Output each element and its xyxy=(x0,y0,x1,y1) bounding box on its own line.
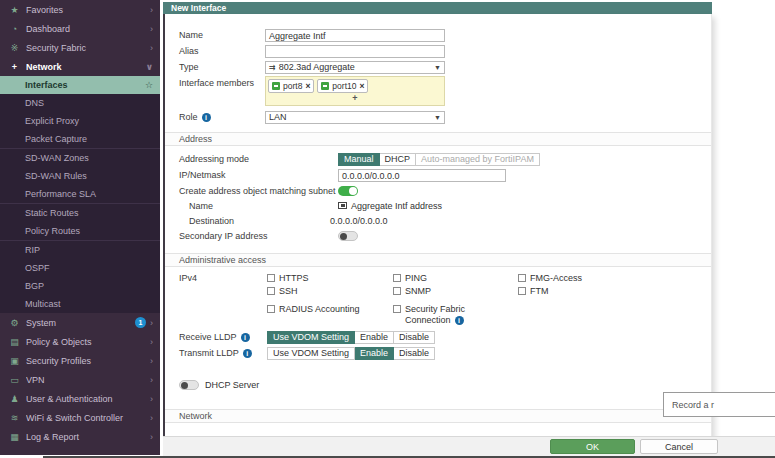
receive-enable-button[interactable]: Enable xyxy=(355,331,394,344)
sidebar-item-label: Policy Routes xyxy=(25,226,80,236)
chevron-right-icon: › xyxy=(150,24,153,34)
checkbox-fmg-access[interactable]: FMG-Access xyxy=(518,273,582,286)
checkbox-icon xyxy=(518,274,526,282)
info-icon[interactable]: i xyxy=(455,316,464,325)
destination-label: Destination xyxy=(179,216,338,226)
sidebar-item-bgp[interactable]: BGP xyxy=(0,277,160,295)
checkbox-ssh[interactable]: SSH xyxy=(267,286,393,299)
sidebar-item-multicast[interactable]: Multicast xyxy=(0,295,160,313)
favorite-star-icon[interactable]: ☆ xyxy=(145,80,153,90)
type-value: 802.3ad Aggregate xyxy=(279,62,355,72)
mode-manual-button[interactable]: Manual xyxy=(338,153,380,166)
remove-member-icon[interactable]: × xyxy=(359,81,364,91)
sidebar-item-policy-routes[interactable]: Policy Routes xyxy=(0,222,160,240)
addressing-mode-row: Addressing mode Manual DHCP Auto-managed… xyxy=(165,152,711,166)
checkbox-ping[interactable]: PING xyxy=(393,273,518,286)
checkbox-security-fabric[interactable]: Security Fabric Connectioni xyxy=(393,304,518,326)
alias-input[interactable] xyxy=(265,45,445,58)
user-icon: ♟ xyxy=(8,394,21,404)
chevron-right-icon: › xyxy=(150,5,153,15)
info-icon[interactable]: i xyxy=(202,113,211,122)
remove-member-icon[interactable]: × xyxy=(305,81,310,91)
sidebar-item-favorites[interactable]: ★ Favorites › xyxy=(0,0,160,19)
addressing-mode-segmented: Manual DHCP Auto-managed by FortiIPAM xyxy=(338,153,540,166)
transmit-enable-button[interactable]: Enable xyxy=(355,347,394,360)
receive-disable-button[interactable]: Disable xyxy=(394,331,435,344)
info-icon[interactable]: i xyxy=(241,333,250,342)
sidebar-item-vpn[interactable]: ▭ VPN › xyxy=(0,370,160,389)
sidebar-item-label: RIP xyxy=(25,245,40,255)
checkbox-radius-accounting[interactable]: RADIUS Accounting xyxy=(267,304,393,317)
sidebar-item-interfaces[interactable]: Interfaces ☆ xyxy=(0,76,160,94)
member-name: port8 xyxy=(283,81,302,91)
port-icon xyxy=(272,82,280,90)
sidebar-item-system[interactable]: ⚙ System 1 › xyxy=(0,313,160,332)
receive-lldp-row: Receive LLDP i Use VDOM Setting Enable D… xyxy=(165,330,711,344)
lock-icon: ▣ xyxy=(8,356,21,366)
member-tag[interactable]: port8 × xyxy=(268,79,314,93)
cancel-button[interactable]: Cancel xyxy=(640,439,718,454)
sidebar-item-sdwan-rules[interactable]: SD-WAN Rules xyxy=(0,167,160,185)
dhcp-server-toggle[interactable] xyxy=(179,380,199,390)
sidebar-item-log-report[interactable]: ▦ Log & Report › xyxy=(0,427,160,446)
transmit-lldp-label: Transmit LLDP i xyxy=(179,348,267,358)
address-object-name-value: Aggregate Intf address xyxy=(351,201,442,211)
chevron-right-icon: › xyxy=(150,318,153,328)
dialog-body: Name Aggregate Intf Alias Type ⇉ 802.3ad… xyxy=(163,14,712,458)
secondary-ip-toggle[interactable] xyxy=(338,231,358,241)
create-address-object-toggle[interactable] xyxy=(338,186,358,196)
interface-members-box[interactable]: port8 × port10 × + xyxy=(265,76,445,106)
checkbox-ftm[interactable]: FTM xyxy=(518,286,582,299)
policy-objects-icon: ▤ xyxy=(8,337,21,347)
sidebar-item-label: System xyxy=(26,318,135,328)
sidebar-item-dns[interactable]: DNS xyxy=(0,94,160,112)
ip-netmask-input[interactable]: 0.0.0.0/0.0.0.0 xyxy=(338,169,506,182)
add-member-button[interactable]: + xyxy=(352,93,357,103)
sidebar-item-performance-sla[interactable]: Performance SLA xyxy=(0,185,160,203)
role-dropdown[interactable]: LAN ▼ xyxy=(265,111,445,124)
transmit-vdom-button[interactable]: Use VDOM Setting xyxy=(267,347,355,360)
sidebar-item-ospf[interactable]: OSPF xyxy=(0,259,160,277)
sidebar-item-label: VPN xyxy=(26,375,146,385)
sidebar-item-label: Security Fabric xyxy=(26,43,146,53)
checkbox-snmp[interactable]: SNMP xyxy=(393,286,518,299)
sidebar-item-label: Packet Capture xyxy=(25,134,87,144)
receive-vdom-button[interactable]: Use VDOM Setting xyxy=(267,331,355,344)
sidebar-item-sdwan-zones[interactable]: SD-WAN Zones xyxy=(0,149,160,167)
sidebar-item-label: DNS xyxy=(25,98,44,108)
sidebar-item-security-profiles[interactable]: ▣ Security Profiles › xyxy=(0,351,160,370)
chevron-down-icon: ∨ xyxy=(146,62,153,72)
info-icon[interactable]: i xyxy=(243,349,252,358)
security-fabric-icon: ※ xyxy=(8,43,21,53)
transmit-disable-button[interactable]: Disable xyxy=(394,347,435,360)
sidebar-item-label: OSPF xyxy=(25,263,50,273)
sidebar-item-rip[interactable]: RIP xyxy=(0,241,160,259)
access-col-1: HTTPS SSH RADIUS Accounting xyxy=(267,273,393,326)
checkbox-label: FTM xyxy=(530,286,549,297)
destination-value: 0.0.0.0/0.0.0.0 xyxy=(330,216,388,226)
sidebar-item-network[interactable]: + Network ∨ xyxy=(0,57,160,76)
sidebar-item-user-authentication[interactable]: ♟ User & Authentication › xyxy=(0,389,160,408)
member-tag[interactable]: port10 × xyxy=(317,79,368,93)
chevron-right-icon: › xyxy=(150,43,153,53)
checkbox-https[interactable]: HTTPS xyxy=(267,273,393,286)
sidebar-item-packet-capture[interactable]: Packet Capture xyxy=(0,130,160,148)
sidebar-item-security-fabric[interactable]: ※ Security Fabric › xyxy=(0,38,160,57)
sidebar-item-explicit-proxy[interactable]: Explicit Proxy xyxy=(0,112,160,130)
notification-badge: 1 xyxy=(135,317,146,328)
sidebar-item-policy-objects[interactable]: ▤ Policy & Objects › xyxy=(0,332,160,351)
mode-dhcp-button[interactable]: DHCP xyxy=(380,153,417,166)
sidebar-item-label: WiFi & Switch Controller xyxy=(26,413,146,423)
checkbox-icon xyxy=(267,305,275,313)
ok-button[interactable]: OK xyxy=(550,439,635,454)
name-row: Name Aggregate Intf xyxy=(165,28,711,42)
dhcp-server-row: DHCP Server xyxy=(165,377,711,393)
sidebar-item-wifi-switch[interactable]: ≋ WiFi & Switch Controller › xyxy=(0,408,160,427)
sidebar-item-label: Security Profiles xyxy=(26,356,146,366)
type-dropdown[interactable]: ⇉ 802.3ad Aggregate ▼ xyxy=(265,61,445,74)
name-input[interactable]: Aggregate Intf xyxy=(265,29,445,42)
sidebar-item-label: Favorites xyxy=(26,5,146,15)
sidebar-item-static-routes[interactable]: Static Routes xyxy=(0,204,160,222)
sidebar-item-dashboard[interactable]: ◔ Dashboard › xyxy=(0,19,160,38)
chevron-right-icon: › xyxy=(150,413,153,423)
